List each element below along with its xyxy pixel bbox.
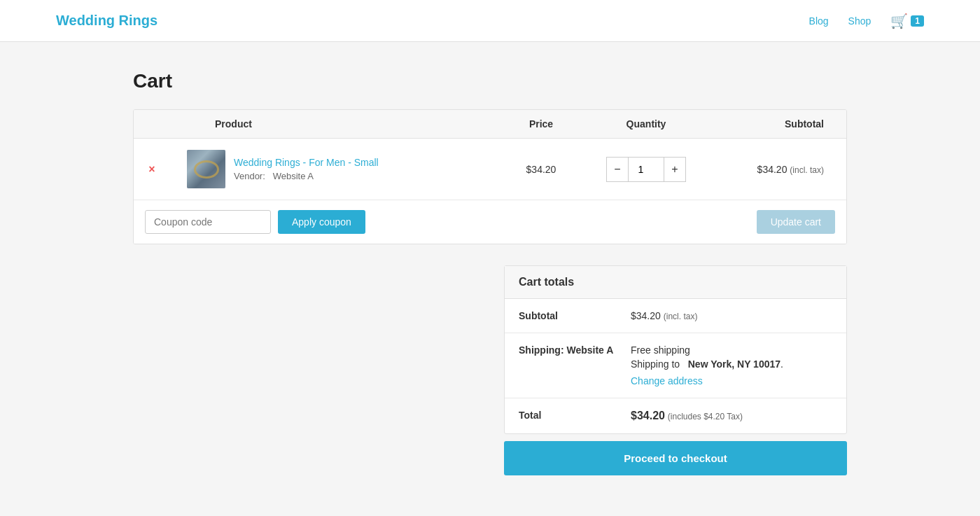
update-cart-button[interactable]: Update cart	[757, 210, 835, 234]
product-price: $34.20	[526, 164, 556, 175]
shipping-value: Free shipping Shipping to New York, NY 1…	[631, 344, 832, 386]
subtotal-incl-tax: (incl. tax)	[664, 312, 698, 321]
subtotal-cell: $34.20 (incl. tax)	[709, 164, 835, 175]
totals-row-subtotal: Subtotal $34.20 (incl. tax)	[505, 299, 846, 333]
quantity-decrease-button[interactable]: −	[606, 157, 629, 182]
vendor-label: Vendor:	[234, 171, 265, 181]
col-price-header: Price	[499, 118, 583, 130]
quantity-increase-button[interactable]: +	[664, 157, 686, 182]
subtotal-total-value: $34.20 (incl. tax)	[631, 310, 832, 321]
col-product-header: Product	[187, 118, 499, 130]
table-row: × Wedding Rings - For Men - Small Vendor…	[134, 139, 846, 200]
totals-body: Subtotal $34.20 (incl. tax) Shipping: We…	[505, 299, 846, 433]
shipping-to-text: Shipping to	[631, 358, 680, 370]
main-content: Cart Product Price Quantity Subtotal × W…	[119, 42, 861, 516]
total-label: Total	[519, 410, 631, 421]
product-image-inner	[187, 150, 225, 188]
cart-table: Product Price Quantity Subtotal × Weddin…	[133, 109, 847, 244]
cart-table-header: Product Price Quantity Subtotal	[134, 110, 846, 139]
subtotal-tax: (incl. tax)	[790, 165, 824, 175]
subtotal-label: Subtotal	[519, 310, 631, 321]
cart-icon: 🛒	[890, 13, 908, 29]
vendor-name: Website A	[273, 171, 314, 181]
cart-badge: 1	[911, 15, 924, 27]
price-cell: $34.20	[499, 164, 583, 175]
product-vendor: Vendor: Website A	[234, 171, 314, 181]
shipping-to: Shipping to New York, NY 10017.	[631, 358, 832, 370]
header-nav: Blog Shop 🛒 1	[809, 13, 924, 29]
proceed-to-checkout-button[interactable]: Proceed to checkout	[504, 441, 847, 475]
site-logo[interactable]: Wedding Rings	[56, 13, 158, 29]
shipping-location: New York, NY 10017	[688, 358, 780, 370]
cart-totals-layout: Cart totals Subtotal $34.20 (incl. tax) …	[133, 265, 847, 475]
shipping-method: Free shipping	[631, 344, 832, 356]
quantity-cell: − +	[583, 157, 709, 182]
total-amount: $34.20	[631, 410, 665, 421]
totals-row-total: Total $34.20 (includes $4.20 Tax)	[505, 398, 846, 433]
cart-totals: Cart totals Subtotal $34.20 (incl. tax) …	[504, 265, 847, 434]
product-cell: Wedding Rings - For Men - Small Vendor: …	[187, 150, 499, 188]
coupon-left: Apply coupon	[145, 210, 365, 234]
col-quantity-header: Quantity	[583, 118, 709, 130]
totals-row-shipping: Shipping: Website A Free shipping Shippi…	[505, 333, 846, 398]
cart-totals-wrapper: Cart totals Subtotal $34.20 (incl. tax) …	[504, 265, 847, 475]
shipping-label: Shipping: Website A	[519, 344, 631, 356]
apply-coupon-button[interactable]: Apply coupon	[278, 210, 365, 234]
coupon-row: Apply coupon Update cart	[134, 200, 846, 244]
page-title: Cart	[133, 70, 847, 92]
header: Wedding Rings Blog Shop 🛒 1	[0, 0, 980, 42]
subtotal-amount: $34.20	[631, 310, 661, 321]
total-includes: (includes $4.20 Tax)	[668, 412, 743, 421]
coupon-input[interactable]	[145, 210, 271, 234]
total-value: $34.20 (includes $4.20 Tax)	[631, 410, 832, 422]
cart-icon-button[interactable]: 🛒 1	[890, 13, 924, 29]
change-address-link[interactable]: Change address	[631, 375, 703, 386]
remove-item-button[interactable]: ×	[145, 162, 159, 176]
product-name-link[interactable]: Wedding Rings - For Men - Small	[234, 157, 379, 168]
subtotal-value: $34.20	[757, 164, 788, 175]
cart-totals-title: Cart totals	[505, 266, 846, 299]
col-subtotal-header: Subtotal	[709, 118, 835, 130]
nav-shop[interactable]: Shop	[848, 15, 872, 27]
nav-blog[interactable]: Blog	[809, 15, 829, 27]
quantity-input[interactable]	[629, 157, 664, 182]
product-image	[187, 150, 225, 188]
shipping-period: .	[780, 358, 783, 370]
product-info: Wedding Rings - For Men - Small Vendor: …	[234, 157, 379, 181]
